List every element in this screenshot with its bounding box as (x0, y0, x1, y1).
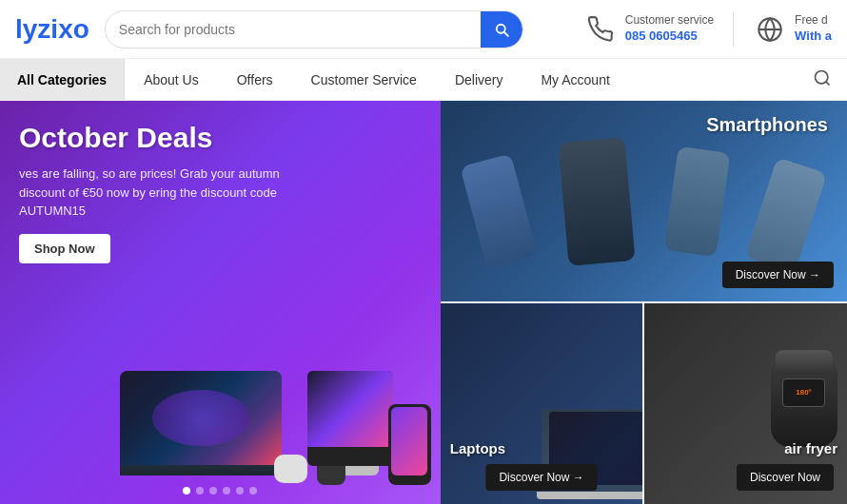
ipad-device (307, 371, 393, 466)
nav-offers[interactable]: Offers (218, 59, 292, 100)
free-sub: With a (795, 29, 832, 45)
fryer-top (776, 350, 833, 374)
fryer-screen: 180° (782, 378, 825, 407)
dot-2[interactable] (196, 487, 204, 494)
phone-3 (664, 145, 731, 257)
shop-now-button[interactable]: Shop Now (19, 234, 110, 263)
logo-text: yzixo (23, 14, 89, 44)
customer-service-text: Customer service 085 0605465 (625, 13, 714, 44)
fryer-screen-text: 180° (796, 388, 812, 397)
banner-title: October Deals (19, 122, 286, 153)
nav-my-account[interactable]: My Account (522, 59, 628, 100)
laptops-discover-button[interactable]: Discover Now → (485, 464, 597, 491)
nav-search-icon[interactable] (798, 68, 847, 91)
dot-4[interactable] (223, 487, 230, 494)
search-icon (493, 21, 510, 38)
phone-icon (583, 12, 618, 47)
search-button[interactable] (481, 10, 522, 48)
dot-5[interactable] (236, 487, 244, 494)
laptop-base (537, 492, 642, 499)
dot-3[interactable] (209, 487, 217, 494)
svg-point-2 (816, 70, 828, 83)
logo[interactable]: lyzixo (15, 14, 89, 45)
nav-links: About Us Offers Customer Service Deliver… (125, 59, 798, 100)
search-bar (105, 10, 523, 48)
air-fryer-discover-button[interactable]: Discover Now (737, 464, 834, 491)
air-fryer-panel[interactable]: 180° air fryer Discover Now (644, 303, 847, 504)
ipad-screen (307, 371, 393, 447)
free-delivery-action[interactable]: Free d With a (753, 12, 832, 47)
dot-6[interactable] (249, 487, 257, 494)
bottom-panels: Laptops Discover Now → 180° air fryer Di… (441, 303, 847, 504)
all-categories-label: All Categories (17, 72, 107, 87)
smartphones-discover-button[interactable]: Discover Now → (722, 262, 834, 288)
main-nav: All Categories About Us Offers Customer … (0, 59, 847, 101)
header-actions: Customer service 085 0605465 Free d With… (583, 12, 832, 47)
main-content: October Deals ves are falling, so are pr… (0, 101, 847, 504)
phone-2 (559, 137, 636, 266)
dot-1[interactable] (183, 487, 190, 494)
all-categories-button[interactable]: All Categories (0, 59, 125, 100)
header-divider (733, 12, 734, 47)
airpods-device (274, 455, 307, 483)
nav-delivery[interactable]: Delivery (436, 59, 522, 100)
free-label: Free d (795, 13, 832, 29)
smartphones-title: Smartphones (706, 114, 828, 136)
laptops-title: Laptops (450, 440, 505, 456)
iphone-screen (391, 407, 427, 475)
search-input[interactable] (106, 22, 481, 37)
banner-dots (183, 487, 257, 494)
nav-about-us[interactable]: About Us (125, 59, 218, 100)
banner-description: ves are falling, so are prices! Grab you… (19, 165, 286, 221)
smartphones-panel[interactable]: Smartphones Discover Now → (441, 101, 847, 301)
nav-customer-service[interactable]: Customer Service (292, 59, 436, 100)
banner-text-area: October Deals ves are falling, so are pr… (19, 122, 286, 263)
logo-accent: l (15, 14, 23, 44)
svg-line-3 (826, 81, 830, 85)
customer-service-action[interactable]: Customer service 085 0605465 (583, 12, 714, 47)
laptops-panel[interactable]: Laptops Discover Now → (441, 303, 643, 504)
iphone-device (388, 404, 431, 485)
macbook-screen (120, 371, 282, 465)
hero-banner[interactable]: October Deals ves are falling, so are pr… (0, 101, 441, 504)
fryer-body: 180° (771, 361, 837, 447)
right-panels: Smartphones Discover Now → Laptops Disco… (441, 101, 847, 504)
phone-1 (461, 153, 539, 267)
free-delivery-text: Free d With a (795, 13, 832, 44)
customer-service-phone: 085 0605465 (625, 29, 714, 45)
air-fryer-title: air fryer (784, 440, 837, 456)
customer-service-label: Customer service (625, 13, 714, 29)
header: lyzixo Customer service 085 0605465 (0, 0, 847, 59)
phone-4 (745, 157, 827, 273)
globe-icon (753, 12, 787, 47)
macbook-device (120, 371, 282, 475)
